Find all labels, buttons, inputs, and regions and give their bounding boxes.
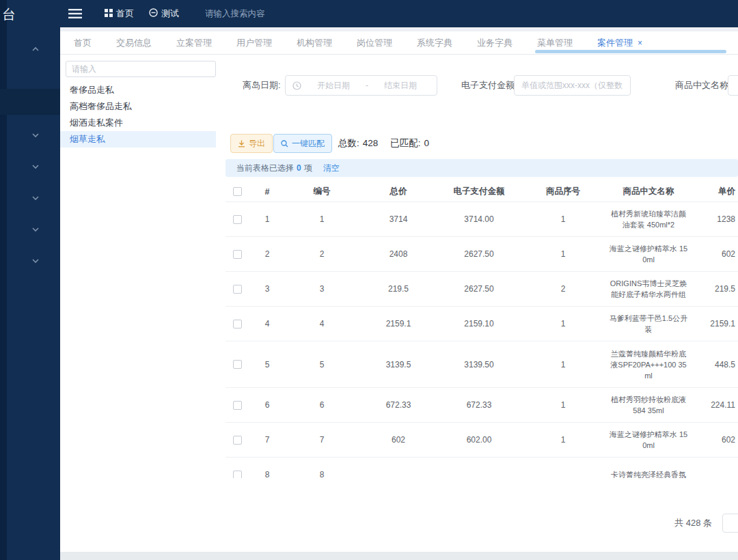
tree-item[interactable]: 烟酒走私案件 bbox=[60, 115, 216, 131]
cell: 672.33 bbox=[358, 400, 439, 410]
one-click-match-button[interactable]: 一键匹配 bbox=[273, 134, 332, 153]
end-date-placeholder[interactable]: 结束日期 bbox=[371, 80, 430, 92]
cell: 4 bbox=[286, 319, 358, 328]
cell: 1 bbox=[519, 214, 607, 224]
sidebar-active-item[interactable] bbox=[0, 89, 60, 115]
tab-item[interactable]: 机构管理 bbox=[297, 37, 332, 49]
cell: 1 bbox=[519, 400, 607, 410]
cell: 8 bbox=[249, 470, 286, 478]
tab-item[interactable]: 岗位管理 bbox=[357, 37, 392, 49]
chevron-down-icon[interactable] bbox=[31, 128, 40, 134]
cell: 602 bbox=[358, 435, 439, 445]
tab-label: 交易信息 bbox=[116, 37, 152, 49]
row-checkbox[interactable] bbox=[233, 215, 242, 224]
pagination-total: 共 428 条 bbox=[226, 514, 712, 533]
cell: 1 bbox=[286, 214, 358, 224]
tab-label: 系统字典 bbox=[417, 37, 452, 49]
global-search-input[interactable] bbox=[205, 9, 321, 18]
tree-item[interactable]: 奢侈品走私 bbox=[60, 82, 216, 98]
cell: 602 bbox=[690, 249, 738, 259]
tree-search-input[interactable] bbox=[66, 61, 216, 77]
tab-label: 案件管理 bbox=[597, 37, 633, 49]
table-row: 553139.53139.501兰蔻菁纯臻颜精华粉底液SPF20PA+++100… bbox=[226, 341, 738, 388]
product-name-filter-input[interactable] bbox=[728, 75, 738, 96]
chevron-down-icon[interactable] bbox=[31, 223, 40, 228]
cell: 2159.1 bbox=[690, 319, 738, 328]
cell: 672.33 bbox=[439, 400, 519, 410]
nav-test-label: 测试 bbox=[161, 8, 179, 20]
cell: 8 bbox=[286, 470, 358, 478]
nav-home[interactable]: 首页 bbox=[105, 8, 134, 20]
tab-item[interactable]: 菜单管理 bbox=[537, 37, 573, 49]
tab-item[interactable]: 交易信息 bbox=[116, 37, 152, 49]
cell: 海蓝之谜修护精萃水 150ml bbox=[607, 243, 690, 265]
select-all-checkbox[interactable] bbox=[233, 187, 242, 196]
cell: 植村秀新琥珀臻萃洁颜油套装 450ml*2 bbox=[607, 208, 690, 230]
export-button[interactable]: 导出 bbox=[230, 134, 273, 153]
selection-text-after: 项 bbox=[304, 163, 312, 174]
chevron-down-icon[interactable] bbox=[31, 254, 40, 260]
cell: 3714 bbox=[358, 214, 439, 224]
cell: 7 bbox=[286, 435, 358, 445]
row-checkbox[interactable] bbox=[233, 360, 242, 369]
cell: 3 bbox=[249, 284, 286, 294]
tab-bar: 首页交易信息立案管理用户管理机构管理岗位管理系统字典业务字典菜单管理案件管理× bbox=[60, 31, 738, 55]
cell: 2627.50 bbox=[439, 284, 519, 294]
page-size-select[interactable] bbox=[722, 514, 738, 533]
amount-filter-input[interactable] bbox=[514, 75, 631, 96]
grid-icon bbox=[105, 9, 113, 19]
total-value: 428 bbox=[363, 138, 379, 148]
row-checkbox[interactable] bbox=[233, 250, 242, 259]
tree-item-selected[interactable]: 烟草走私 bbox=[60, 131, 216, 148]
column-header: # bbox=[249, 187, 286, 197]
chevron-down-icon[interactable] bbox=[31, 191, 40, 197]
tabbar-scrollbar-thumb[interactable] bbox=[535, 50, 726, 53]
row-checkbox[interactable] bbox=[233, 471, 242, 479]
match-button-label: 一键匹配 bbox=[292, 138, 325, 150]
tab-item[interactable]: 用户管理 bbox=[236, 37, 272, 49]
cell: 2627.50 bbox=[439, 249, 519, 259]
row-checkbox[interactable] bbox=[233, 320, 242, 328]
product-name-filter-label: 商品中文名称: bbox=[675, 75, 731, 96]
nav-test[interactable]: 测试 bbox=[149, 8, 179, 20]
tree-item[interactable]: 高档奢侈品走私 bbox=[60, 98, 216, 115]
cell: 2 bbox=[286, 249, 358, 259]
tab-item[interactable]: 系统字典 bbox=[417, 37, 452, 49]
search-icon bbox=[281, 140, 288, 148]
main-content: 首页交易信息立案管理用户管理机构管理岗位管理系统字典业务字典菜单管理案件管理× … bbox=[60, 27, 738, 560]
tab-label: 机构管理 bbox=[297, 37, 332, 49]
cell: 219.5 bbox=[690, 284, 738, 294]
bottom-gap bbox=[60, 552, 738, 560]
start-date-placeholder[interactable]: 开始日期 bbox=[304, 80, 363, 92]
row-checkbox[interactable] bbox=[233, 401, 242, 410]
tab-label: 用户管理 bbox=[236, 37, 272, 49]
cell: 植村秀羽纱持妆粉底液 584 35ml bbox=[607, 394, 690, 416]
cell: 7 bbox=[249, 435, 286, 445]
row-checkbox[interactable] bbox=[233, 285, 242, 294]
cell: 6 bbox=[249, 400, 286, 410]
cell: 兰蔻菁纯臻颜精华粉底液SPF20PA+++100 35ml bbox=[607, 348, 690, 381]
table-row: 88卡诗菁纯亮泽经典香氛 bbox=[226, 458, 738, 478]
cell: 5 bbox=[286, 360, 358, 369]
tab-item[interactable]: 立案管理 bbox=[176, 37, 212, 49]
cell: 3139.5 bbox=[358, 360, 439, 369]
hamburger-icon[interactable] bbox=[68, 9, 82, 18]
chevron-up-icon[interactable] bbox=[31, 42, 40, 48]
cell: 2408 bbox=[358, 249, 439, 259]
close-icon[interactable]: × bbox=[638, 38, 642, 48]
cell: 卡诗菁纯亮泽经典香氛 bbox=[607, 469, 690, 478]
clear-selection-link[interactable]: 清空 bbox=[323, 163, 340, 174]
amount-filter-label: 电子支付金额: bbox=[461, 75, 517, 96]
cell: 602.00 bbox=[439, 435, 519, 445]
row-checkbox[interactable] bbox=[233, 436, 242, 445]
tab-item[interactable]: 首页 bbox=[74, 37, 92, 49]
selection-info-bar: 当前表格已选择 0 项 清空 bbox=[226, 159, 738, 177]
cell: 1 bbox=[519, 319, 607, 328]
tab-item-active[interactable]: 案件管理× bbox=[597, 37, 642, 49]
tab-item[interactable]: 业务字典 bbox=[477, 37, 512, 49]
cell: 224.11 bbox=[690, 400, 738, 410]
chevron-down-icon[interactable] bbox=[31, 160, 40, 165]
date-range-picker[interactable]: 开始日期 - 结束日期 bbox=[285, 75, 437, 96]
minus-circle-icon bbox=[149, 8, 158, 19]
cell: 4 bbox=[249, 319, 286, 328]
